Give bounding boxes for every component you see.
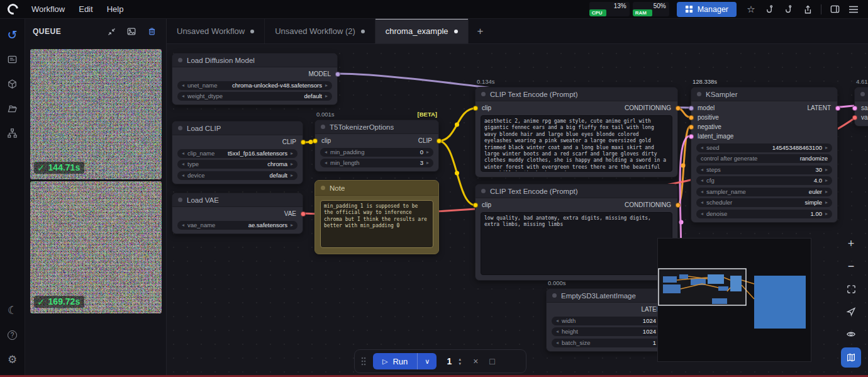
node-ksampler[interactable]: 128.338s KSampler model LATENT positive … — [691, 87, 838, 223]
drag-handle[interactable] — [360, 356, 367, 366]
sidebar-toggle-icon[interactable] — [825, 1, 844, 18]
input-dot-latent-image[interactable] — [689, 134, 694, 139]
menu-workflow[interactable]: Workflow — [25, 0, 72, 19]
collapse-dot[interactable] — [860, 92, 865, 96]
output-dot-latent[interactable] — [835, 106, 840, 111]
node-clip-text-encode-negative[interactable]: CLIP Text Encode (Prompt) clip CONDITION… — [475, 184, 678, 281]
node-header[interactable] — [855, 87, 868, 101]
node-t5-tokenizer-options[interactable]: 0.001s [BETA] T5TokenizerOptions clip CL… — [314, 120, 439, 172]
tab-chroma-example[interactable]: chroma_example — [376, 19, 469, 43]
input-dot-clip[interactable] — [473, 106, 478, 111]
run-button[interactable]: ▷ Run — [373, 353, 417, 369]
node-header[interactable]: CLIP Text Encode (Prompt) — [476, 184, 677, 198]
clear-queue-button[interactable] — [145, 25, 159, 38]
node-header[interactable]: EmptySD3LatentImage — [547, 289, 671, 303]
collapse-panel-button[interactable] — [104, 25, 118, 38]
widget-unet-name[interactable]: unet_name chroma-unlocked-v48.safetensor… — [177, 81, 332, 90]
output-dot-clip[interactable] — [301, 140, 306, 145]
minimap-viewport[interactable] — [659, 269, 746, 305]
node-partial-right[interactable]: 4.617s sa va — [854, 87, 868, 127]
collapse-dot[interactable] — [178, 58, 182, 62]
collapse-dot[interactable] — [321, 125, 325, 129]
input-dot-positive[interactable] — [689, 115, 694, 120]
node-header[interactable]: Note — [315, 181, 438, 196]
node-header[interactable]: KSampler — [691, 87, 837, 101]
menu-edit[interactable]: Edit — [72, 0, 99, 19]
input-dot-negative[interactable] — [689, 125, 694, 130]
input-dot-model[interactable] — [689, 106, 694, 111]
node-clip-text-encode-positive[interactable]: 0.134s CLIP Text Encode (Prompt) clip CO… — [475, 87, 678, 177]
widget-vae-name[interactable]: vae_name ae.safetensors — [177, 221, 298, 230]
widget-steps[interactable]: steps 30 — [696, 166, 832, 174]
tab-unsaved-workflow[interactable]: Unsaved Workflow — [167, 19, 265, 43]
minimap[interactable] — [657, 238, 811, 362]
widget-type[interactable]: type chroma — [177, 160, 298, 169]
output-dot-conditioning[interactable] — [676, 203, 681, 208]
output-dot-vae[interactable] — [301, 211, 306, 217]
node-load-vae[interactable]: Load VAE VAE vae_name ae.safetensors — [172, 193, 303, 234]
zoom-out-button[interactable]: − — [840, 255, 862, 278]
queue-item-thumbnail[interactable]: ✓ 144.71s — [30, 49, 162, 179]
fit-view-button[interactable] — [840, 278, 862, 300]
batch-count-stepper[interactable]: ▲ ▼ — [458, 357, 462, 366]
collapse-dot[interactable] — [697, 92, 701, 96]
widget-height[interactable]: height 1024 — [552, 327, 666, 336]
theme-toggle[interactable]: ☾ — [0, 298, 25, 323]
queue-item-thumbnail[interactable]: ✓ 169.72s — [30, 181, 162, 313]
node-header[interactable]: Load VAE — [172, 193, 303, 207]
node-header[interactable]: Load CLIP — [172, 121, 303, 135]
menu-help[interactable]: Help — [100, 0, 131, 19]
hook-icon-2[interactable] — [779, 1, 798, 18]
collapse-dot[interactable] — [481, 92, 486, 96]
widget-weight-dtype[interactable]: weight_dtype default — [177, 92, 332, 101]
widget-min-length[interactable]: min_length 3 — [320, 159, 433, 167]
widget-control-after-generate[interactable]: control after generate randomize — [696, 154, 832, 163]
select-mode-button[interactable] — [840, 300, 862, 323]
sidebar-item-node-library[interactable] — [0, 121, 25, 145]
widget-seed[interactable]: seed 145453488463100 — [696, 143, 832, 152]
collapse-dot[interactable] — [481, 189, 486, 193]
node-header[interactable]: CLIP Text Encode (Prompt) — [476, 87, 677, 101]
collapse-dot[interactable] — [321, 186, 325, 190]
manager-button[interactable]: Manager — [677, 2, 737, 17]
collapse-dot[interactable] — [552, 293, 557, 298]
widget-denoise[interactable]: denoise 1.00 — [696, 210, 832, 218]
node-note[interactable]: Note min_padding 1 is supposed to be the… — [314, 180, 439, 254]
input-dot-samples[interactable] — [852, 106, 857, 111]
node-header[interactable]: Load Diffusion Model — [172, 53, 337, 67]
input-dot-vae[interactable] — [852, 115, 857, 120]
prompt-textarea[interactable]: low quality, bad anatomy, extra digits, … — [481, 212, 672, 275]
input-dot-clip[interactable] — [313, 138, 318, 143]
tab-unsaved-workflow-2[interactable]: Unsaved Workflow (2) — [265, 19, 376, 43]
help-button[interactable]: ? — [0, 323, 25, 347]
share-icon[interactable] — [798, 1, 817, 18]
input-dot-clip[interactable] — [473, 203, 478, 208]
zoom-in-button[interactable]: + — [840, 232, 862, 255]
node-load-diffusion-model[interactable]: Load Diffusion Model MODEL unet_name chr… — [172, 53, 338, 105]
run-options-dropdown[interactable]: ∨ — [417, 353, 437, 369]
node-load-clip[interactable]: Load CLIP CLIP clip_name t5xxl_fp16.safe… — [172, 121, 303, 184]
batch-count-value[interactable]: 1 — [447, 356, 452, 366]
sidebar-item-queue[interactable]: ↺ — [0, 23, 25, 47]
stop-button[interactable]: □ — [489, 356, 494, 366]
node-empty-sd3-latent-image[interactable]: 0.000s EmptySD3LatentImage LATENT width … — [546, 288, 672, 352]
widget-batch-size[interactable]: batch_size 1 — [552, 339, 666, 347]
widget-cfg[interactable]: cfg 4.0 — [696, 176, 832, 185]
minimap-toggle-button[interactable] — [841, 347, 861, 368]
cancel-button[interactable]: × — [473, 356, 478, 366]
node-header[interactable]: T5TokenizerOptions — [315, 120, 438, 134]
sidebar-item-models[interactable] — [0, 72, 25, 96]
settings-button[interactable]: ⚙ — [0, 347, 25, 372]
collapse-dot[interactable] — [178, 126, 182, 130]
widget-min-padding[interactable]: min_padding 0 — [320, 148, 433, 157]
collapse-dot[interactable] — [178, 198, 182, 202]
note-text[interactable]: min_padding 1 is supposed to be the offi… — [320, 200, 433, 248]
widget-sampler-name[interactable]: sampler_name euler — [696, 188, 832, 196]
hamburger-menu-icon[interactable] — [844, 1, 863, 18]
output-dot-model[interactable] — [335, 72, 340, 77]
sidebar-item-logs[interactable] — [0, 47, 25, 72]
output-dot-conditioning[interactable] — [676, 106, 681, 111]
widget-width[interactable]: width 1024 — [552, 317, 666, 325]
image-view-button[interactable] — [125, 25, 138, 38]
widget-scheduler[interactable]: scheduler simple — [696, 198, 832, 207]
